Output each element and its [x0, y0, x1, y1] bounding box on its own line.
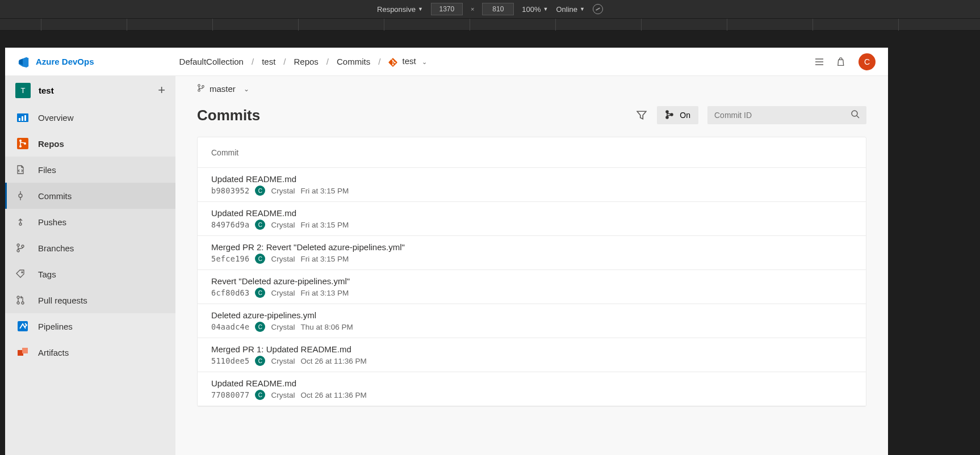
rotate-icon[interactable] — [593, 4, 603, 14]
sidebar-item-artifacts[interactable]: Artifacts — [5, 339, 175, 365]
commit-hash: 77080077 — [211, 390, 249, 399]
branch-icon — [15, 243, 26, 253]
commit-hash: 5110dee5 — [211, 356, 249, 365]
sidebar-sub-commits[interactable]: Commits — [5, 183, 175, 209]
commit-row[interactable]: Updated README.mdb9803952CCrystalFri at … — [198, 168, 866, 202]
commit-row[interactable]: Deleted azure-pipelines.yml04aadc4eCCrys… — [198, 304, 866, 338]
svg-point-6 — [19, 145, 22, 148]
commit-hash: b9803952 — [211, 186, 249, 195]
sidebar-item-overview[interactable]: Overview — [5, 104, 175, 130]
commit-search[interactable] — [707, 106, 866, 124]
zoom-dropdown[interactable]: 100% ▼ — [522, 5, 548, 14]
svg-point-21 — [198, 90, 200, 92]
commit-row[interactable]: Merged PR 1: Updated README.md5110dee5CC… — [198, 338, 866, 372]
svg-point-14 — [17, 296, 19, 298]
filter-icon[interactable] — [635, 109, 648, 121]
commit-icon — [15, 191, 26, 201]
commit-row[interactable]: Revert "Deleted azure-pipelines.yml"6cf8… — [198, 270, 866, 304]
throttle-dropdown[interactable]: Online ▼ — [556, 5, 585, 14]
title-row: Commits On — [197, 106, 866, 124]
breadcrumb-project[interactable]: test — [262, 57, 275, 66]
breadcrumb-repo[interactable]: test ⌄ — [388, 56, 427, 66]
breadcrumb: DefaultCollection / test / Repos / Commi… — [179, 56, 427, 66]
project-header[interactable]: T test + — [5, 76, 175, 104]
sidebar-sub-branches[interactable]: Branches — [5, 235, 175, 261]
sidebar-sub-label: Pull requests — [38, 296, 87, 305]
svg-point-26 — [852, 111, 857, 116]
sidebar-sub-label: Tags — [38, 269, 56, 279]
sidebar-sub-files[interactable]: Files — [5, 157, 175, 183]
sidebar-sub-pushes[interactable]: Pushes — [5, 209, 175, 235]
device-label: Responsive — [377, 5, 416, 14]
commit-date: Thu at 8:06 PM — [300, 323, 353, 331]
sidebar-label: Artifacts — [38, 348, 69, 357]
shopping-icon[interactable] — [836, 56, 848, 68]
list-icon[interactable] — [813, 56, 826, 68]
branch-selector[interactable]: master ⌄ — [197, 84, 866, 94]
devtools-bar: Responsive ▼ × 100% ▼ Online ▼ — [0, 0, 980, 19]
project-name: test — [39, 86, 54, 95]
breadcrumb-separator: / — [283, 57, 286, 66]
sidebar-sub-tags[interactable]: Tags — [5, 261, 175, 287]
graph-toggle[interactable]: On — [657, 106, 698, 124]
commit-message: Merged PR 2: Revert "Deleted azure-pipel… — [211, 242, 852, 252]
sidebar-label: Pipelines — [38, 322, 73, 331]
viewport-width-input[interactable] — [431, 3, 463, 15]
dropdown-arrow-icon: ▼ — [418, 6, 423, 12]
commit-date: Oct 26 at 11:36 PM — [300, 391, 366, 399]
zoom-label: 100% — [522, 5, 541, 14]
product-name: Azure DevOps — [36, 57, 94, 66]
dimension-separator: × — [471, 6, 474, 12]
commit-search-input[interactable] — [714, 111, 851, 120]
commit-row[interactable]: Updated README.md84976d9aCCrystalFri at … — [198, 202, 866, 236]
commit-list: Commit Updated README.mdb9803952CCrystal… — [197, 137, 866, 407]
breadcrumb-area[interactable]: Repos — [294, 57, 318, 66]
svg-point-12 — [22, 245, 24, 247]
product-logo[interactable]: Azure DevOps — [18, 56, 94, 68]
breadcrumb-separator: / — [378, 57, 380, 66]
svg-point-5 — [19, 140, 22, 142]
commit-date: Oct 26 at 11:36 PM — [300, 357, 366, 365]
commit-message: Deleted azure-pipelines.yml — [211, 310, 852, 320]
add-icon[interactable]: + — [158, 83, 165, 98]
app-viewport: Azure DevOps DefaultCollection / test / … — [5, 48, 888, 455]
commit-author: Crystal — [271, 289, 295, 297]
sidebar-sub-pull-requests[interactable]: Pull requests — [5, 287, 175, 313]
svg-point-9 — [19, 223, 22, 225]
svg-point-13 — [22, 272, 23, 273]
sidebar-sub-label: Files — [38, 165, 56, 175]
user-avatar[interactable]: C — [858, 53, 876, 70]
commit-date: Fri at 3:15 PM — [300, 221, 349, 229]
commit-author-avatar: C — [255, 220, 265, 230]
breadcrumb-collection[interactable]: DefaultCollection — [179, 57, 244, 66]
throttle-label: Online — [556, 5, 577, 14]
commit-author: Crystal — [271, 187, 295, 195]
pipelines-icon — [15, 319, 30, 334]
commit-date: Fri at 3:13 PM — [300, 289, 349, 297]
chevron-down-icon: ⌄ — [422, 58, 427, 65]
title-actions: On — [635, 106, 866, 124]
breadcrumb-repo-name: test — [403, 56, 416, 66]
svg-rect-4 — [17, 138, 28, 149]
svg-point-10 — [17, 244, 19, 246]
commit-row[interactable]: Updated README.md77080077CCrystalOct 26 … — [198, 372, 866, 406]
svg-point-23 — [666, 111, 668, 113]
breadcrumb-separator: / — [326, 57, 329, 66]
svg-point-15 — [17, 302, 19, 304]
commit-meta: 5110dee5CCrystalOct 26 at 11:36 PM — [211, 356, 852, 366]
sidebar-item-repos[interactable]: Repos — [5, 130, 175, 157]
commit-row[interactable]: Merged PR 2: Revert "Deleted azure-pipel… — [198, 236, 866, 270]
breadcrumb-page[interactable]: Commits — [337, 57, 370, 66]
commit-author: Crystal — [271, 357, 295, 365]
content-area: master ⌄ Commits On — [175, 76, 888, 455]
commit-meta: 5efce196CCrystalFri at 3:15 PM — [211, 254, 852, 264]
commit-meta: 04aadc4eCCrystalThu at 8:06 PM — [211, 322, 852, 332]
svg-point-24 — [666, 116, 668, 119]
search-icon — [851, 109, 860, 121]
repos-icon — [15, 136, 30, 151]
project-badge: T — [15, 83, 31, 98]
sidebar-item-pipelines[interactable]: Pipelines — [5, 313, 175, 339]
device-dropdown[interactable]: Responsive ▼ — [377, 5, 423, 14]
viewport-height-input[interactable] — [482, 3, 514, 15]
commit-message: Updated README.md — [211, 174, 852, 184]
